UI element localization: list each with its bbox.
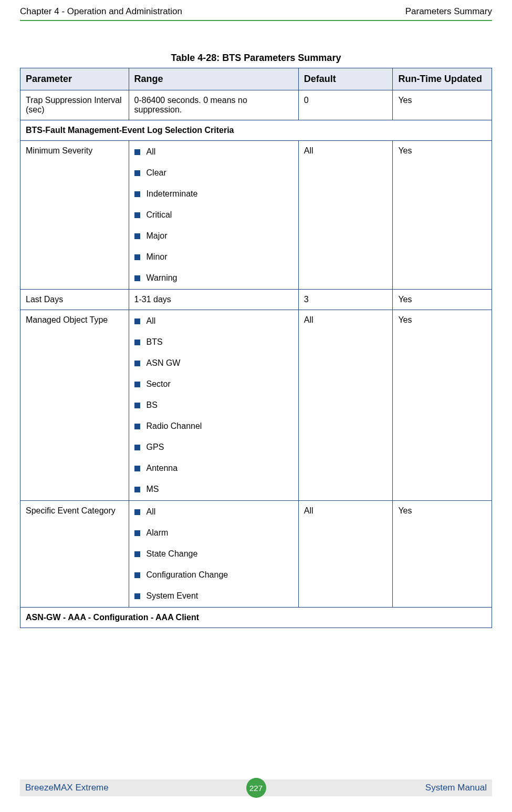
table-row: Last Days 1-31 days 3 Yes (20, 290, 492, 310)
list-item-label: BTS (147, 337, 163, 347)
list-item: Antenna (134, 464, 293, 473)
square-bullet-icon (134, 382, 140, 387)
square-bullet-icon (134, 403, 140, 408)
table-row: Minimum Severity All Clear Indeterminate… (20, 141, 492, 290)
table-row: Specific Event Category All Alarm State … (20, 501, 492, 608)
list-item: Sector (134, 379, 293, 389)
cell-range: All BTS ASN GW Sector BS Radio Channel G… (129, 310, 298, 501)
col-parameter: Parameter (20, 68, 129, 90)
square-bullet-icon (134, 191, 140, 197)
square-bullet-icon (134, 340, 140, 345)
footer-left: BreezeMAX Extreme (25, 783, 109, 793)
list-item: BS (134, 400, 293, 410)
content-area: Table 4-28: BTS Parameters Summary Param… (0, 21, 512, 628)
cell-param: Last Days (20, 290, 129, 310)
list-item-label: Alarm (147, 528, 169, 538)
list-item: Minor (134, 252, 293, 262)
list-item-label: MS (147, 485, 159, 494)
square-bullet-icon (134, 212, 140, 218)
col-runtime: Run-Time Updated (393, 68, 492, 90)
list-item-label: Major (147, 231, 168, 241)
square-bullet-icon (134, 593, 140, 599)
square-bullet-icon (134, 530, 140, 536)
list-item-label: Clear (147, 168, 166, 178)
list-item: Major (134, 231, 293, 241)
list-item-label: System Event (147, 591, 198, 601)
header-left: Chapter 4 - Operation and Administration (20, 6, 182, 17)
square-bullet-icon (134, 487, 140, 492)
list-item-label: All (147, 507, 156, 517)
list-item: All (134, 147, 293, 157)
table-row: Trap Suppression Interval (sec) 0-86400 … (20, 90, 492, 120)
page-number-badge: 227 (246, 778, 266, 798)
square-bullet-icon (134, 233, 140, 239)
list-item-label: All (147, 316, 156, 326)
page-header: Chapter 4 - Operation and Administration… (0, 0, 512, 20)
cell-param: Managed Object Type (20, 310, 129, 501)
range-list: All BTS ASN GW Sector BS Radio Channel G… (134, 316, 293, 494)
cell-param: Specific Event Category (20, 501, 129, 608)
square-bullet-icon (134, 361, 140, 366)
cell-param: Trap Suppression Interval (sec) (20, 90, 129, 120)
square-bullet-icon (134, 275, 140, 281)
table-row: Managed Object Type All BTS ASN GW Secto… (20, 310, 492, 501)
list-item: Critical (134, 210, 293, 220)
list-item: State Change (134, 549, 293, 559)
section-asn-header: ASN-GW - AAA - Configuration - AAA Clien… (20, 608, 492, 628)
list-item-label: BS (147, 400, 158, 410)
cell-default: All (298, 501, 393, 608)
cell-range: 0-86400 seconds. 0 means no suppression. (129, 90, 298, 120)
cell-default: 0 (298, 90, 393, 120)
list-item-label: Indeterminate (147, 189, 198, 199)
table-title: Table 4-28: BTS Parameters Summary (20, 53, 492, 64)
list-item: Clear (134, 168, 293, 178)
header-right: Parameters Summary (405, 6, 492, 17)
square-bullet-icon (134, 170, 140, 176)
square-bullet-icon (134, 466, 140, 471)
col-default: Default (298, 68, 393, 90)
section-fault-header: BTS-Fault Management-Event Log Selection… (20, 120, 492, 141)
list-item: Configuration Change (134, 570, 293, 580)
list-item-label: Warning (147, 273, 177, 283)
footer-right: System Manual (425, 783, 487, 793)
cell-runtime: Yes (393, 501, 492, 608)
cell-runtime: Yes (393, 90, 492, 120)
range-list: All Alarm State Change Configuration Cha… (134, 507, 293, 601)
list-item-label: Minor (147, 252, 168, 262)
square-bullet-icon (134, 254, 140, 260)
cell-runtime: Yes (393, 141, 492, 290)
cell-default: All (298, 310, 393, 501)
square-bullet-icon (134, 572, 140, 578)
cell-runtime: Yes (393, 310, 492, 501)
list-item-label: Sector (147, 379, 171, 389)
list-item: BTS (134, 337, 293, 347)
list-item-label: Radio Channel (147, 422, 202, 431)
square-bullet-icon (134, 149, 140, 155)
list-item: GPS (134, 443, 293, 452)
cell-param: Minimum Severity (20, 141, 129, 290)
square-bullet-icon (134, 551, 140, 557)
table-section-row: ASN-GW - AAA - Configuration - AAA Clien… (20, 608, 492, 628)
square-bullet-icon (134, 445, 140, 450)
list-item-label: GPS (147, 443, 164, 452)
range-list: All Clear Indeterminate Critical Major M… (134, 147, 293, 283)
list-item-label: Configuration Change (147, 570, 228, 580)
list-item: ASN GW (134, 358, 293, 368)
cell-default: 3 (298, 290, 393, 310)
col-range: Range (129, 68, 298, 90)
parameters-table: Parameter Range Default Run-Time Updated… (20, 68, 492, 628)
page-footer: BreezeMAX Extreme 227 System Manual (0, 779, 512, 796)
list-item: All (134, 507, 293, 517)
square-bullet-icon (134, 509, 140, 515)
list-item: Indeterminate (134, 189, 293, 199)
table-section-row: BTS-Fault Management-Event Log Selection… (20, 120, 492, 141)
list-item: All (134, 316, 293, 326)
list-item-label: State Change (147, 549, 198, 559)
list-item-label: Critical (147, 210, 172, 220)
list-item: MS (134, 485, 293, 494)
square-bullet-icon (134, 424, 140, 429)
cell-range: All Clear Indeterminate Critical Major M… (129, 141, 298, 290)
cell-runtime: Yes (393, 290, 492, 310)
list-item-label: ASN GW (147, 358, 181, 368)
table-header-row: Parameter Range Default Run-Time Updated (20, 68, 492, 90)
